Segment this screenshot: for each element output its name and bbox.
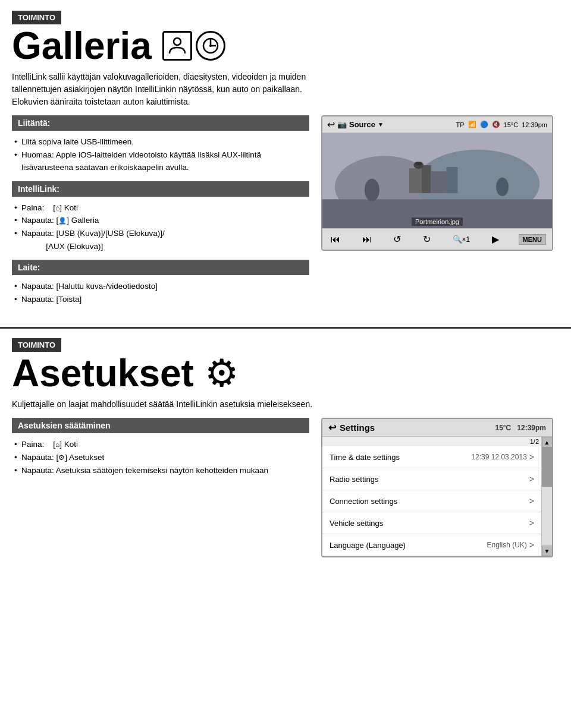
time-settings-value: 12:39 12.03.2013 > <box>471 452 534 462</box>
camera-icon: 📷 <box>337 120 347 129</box>
settings-topbar: ↩ Settings 15°C 12:39pm <box>322 419 552 437</box>
back-icon[interactable]: ↩ <box>327 119 335 130</box>
asetukset-list: Paina: [⌂] Koti Napauta: [⚙] Asetukset N… <box>12 438 309 477</box>
settings-scrollbar: ▲ ▼ <box>541 437 552 556</box>
svg-point-4 <box>209 45 212 47</box>
asetukset-intro: Kuljettajalle on laajat mahdollisuudet s… <box>12 398 321 411</box>
settings-temp: 15°C <box>495 424 511 432</box>
settings-item-time[interactable]: Time & date settings 12:39 12.03.2013 > <box>322 446 541 468</box>
svg-rect-9 <box>422 165 431 193</box>
filename-label: Portmeirion.jpg <box>412 218 463 226</box>
liitanta-item-2: Huomaa: Apple iOS-laitteiden videotoisto… <box>14 149 309 174</box>
asetukset-header: Asetuksien säätäminen <box>12 418 309 433</box>
galleria-title-row: Galleria <box>12 27 559 65</box>
bluetooth-icon: 🔵 <box>480 121 488 128</box>
language-chevron: > <box>529 540 534 550</box>
asetukset-title: Asetukset <box>12 354 194 392</box>
galleria-section: TOIMINTO Galleria IntelliLink sallii käy… <box>0 0 571 313</box>
svg-point-15 <box>365 179 379 201</box>
page-indicator: 1/2 <box>322 437 541 446</box>
asetukset-section: TOIMINTO Asetukset ⚙ Kuljettajalle on la… <box>0 338 571 569</box>
screen-topbar-left: ↩ 📷 Source ▼ <box>327 119 384 130</box>
signal-icon: 📶 <box>468 121 476 128</box>
laite-item-1: Napauta: [Haluttu kuva-/videotiedosto] <box>14 280 309 293</box>
settings-back-icon[interactable]: ↩ <box>328 422 336 433</box>
asetukset-left-col: Asetuksien säätäminen Paina: [⌂] Koti Na… <box>12 418 309 484</box>
section-divider <box>0 327 571 329</box>
time-settings-label: Time & date settings <box>330 453 400 462</box>
rotate-left-btn[interactable]: ↺ <box>391 232 403 246</box>
settings-item-vehicle[interactable]: Vehicle settings > <box>322 512 541 534</box>
galleria-screen: ↩ 📷 Source ▼ TP 📶 🔵 🔇 15°C 12:39pm <box>321 115 553 251</box>
galleria-icons <box>162 31 225 61</box>
asetukset-item-1: Paina: [⌂] Koti <box>14 438 309 451</box>
laite-item-2: Napauta: [Toista] <box>14 293 309 306</box>
liitanta-list: Liitä sopiva laite USB-liittimeen. Huoma… <box>12 135 309 174</box>
scroll-thumb <box>542 447 552 487</box>
laite-header: Laite: <box>12 260 309 275</box>
person-icon <box>162 31 192 61</box>
settings-item-radio[interactable]: Radio settings > <box>322 468 541 490</box>
liitanta-item-1: Liitä sopiva laite USB-liittimeen. <box>14 135 309 149</box>
svg-point-16 <box>496 178 509 196</box>
menu-btn[interactable]: MENU <box>519 234 546 245</box>
skip-forward-btn[interactable]: ⏭ <box>360 233 374 246</box>
intellilink-header: IntelliLink: <box>12 181 309 197</box>
temp-display: 15°C <box>504 121 519 128</box>
connection-settings-label: Connection settings <box>330 497 397 506</box>
svg-rect-8 <box>409 168 422 193</box>
vehicle-chevron: > <box>529 518 534 528</box>
galleria-left-col: Liitäntä: Liitä sopiva laite USB-liittim… <box>12 115 309 313</box>
asetukset-title-row: Asetukset ⚙ <box>12 354 559 392</box>
rotate-right-btn[interactable]: ↻ <box>421 232 433 246</box>
language-settings-value: English (UK) > <box>487 540 534 550</box>
intellilink-list: Paina: [⌂] Koti Napauta: [👤] Galleria Na… <box>12 201 309 253</box>
settings-screen: ↩ Settings 15°C 12:39pm 1/2 <box>321 418 553 557</box>
asetukset-right-col: ↩ Settings 15°C 12:39pm 1/2 <box>321 418 559 557</box>
tp-indicator: TP <box>456 121 465 128</box>
asetukset-item-2: Napauta: [⚙] Asetukset <box>14 451 309 464</box>
connection-settings-value: > <box>529 496 534 506</box>
svg-point-0 <box>174 38 181 45</box>
intellilink-item-3: Napauta: [USB (Kuva)]/[USB (Elokuva)]/ [… <box>14 227 309 253</box>
language-settings-label: Language (Language) <box>330 541 406 550</box>
intellilink-item-1: Paina: [⌂] Koti <box>14 201 309 215</box>
galleria-two-col: Liitäntä: Liitä sopiva laite USB-liittim… <box>12 115 559 313</box>
galleria-title: Galleria <box>12 27 152 65</box>
settings-time: 12:39pm <box>517 424 546 432</box>
source-label[interactable]: Source <box>349 120 375 129</box>
time-display: 12:39pm <box>522 121 547 128</box>
gear-icon: ⚙ <box>205 354 239 392</box>
settings-item-connection[interactable]: Connection settings > <box>322 490 541 512</box>
section2-label: TOIMINTO <box>12 338 61 352</box>
zoom-label[interactable]: 🔍×1 <box>450 234 473 245</box>
svg-rect-11 <box>447 167 458 193</box>
play-btn[interactable]: ▶ <box>490 232 501 246</box>
scroll-track <box>542 447 552 546</box>
settings-topbar-right: 15°C 12:39pm <box>495 424 546 432</box>
liitanta-header: Liitäntä: <box>12 115 309 131</box>
connection-chevron: > <box>529 496 534 506</box>
dropdown-arrow[interactable]: ▼ <box>378 121 384 128</box>
skip-back-btn[interactable]: ⏮ <box>328 233 343 246</box>
galleria-right-col: ↩ 📷 Source ▼ TP 📶 🔵 🔇 15°C 12:39pm <box>321 115 559 251</box>
settings-item-language[interactable]: Language (Language) English (UK) > <box>322 534 541 556</box>
portmeirion-photo <box>322 133 552 228</box>
vehicle-settings-value: > <box>529 518 534 528</box>
screen-topbar-right: TP 📶 🔵 🔇 15°C 12:39pm <box>456 121 547 128</box>
radio-chevron: > <box>529 474 534 484</box>
asetukset-two-col: Asetuksien säätäminen Paina: [⌂] Koti Na… <box>12 418 559 557</box>
scroll-up-btn[interactable]: ▲ <box>542 437 553 447</box>
laite-list: Napauta: [Haluttu kuva-/videotiedosto] N… <box>12 280 309 305</box>
svg-rect-13 <box>415 162 421 165</box>
settings-content: 1/2 Time & date settings 12:39 12.03.201… <box>322 437 552 556</box>
screen-topbar: ↩ 📷 Source ▼ TP 📶 🔵 🔇 15°C 12:39pm <box>322 116 552 133</box>
mute-icon: 🔇 <box>492 121 500 128</box>
scroll-down-btn[interactable]: ▼ <box>542 546 553 556</box>
settings-list: 1/2 Time & date settings 12:39 12.03.201… <box>322 437 541 556</box>
radio-settings-value: > <box>529 474 534 484</box>
intellilink-item-2: Napauta: [👤] Galleria <box>14 214 309 227</box>
section1-label: TOIMINTO <box>12 11 61 24</box>
screen-controls: ⏮ ⏭ ↺ ↻ 🔍×1 ▶ MENU <box>322 228 552 250</box>
asetukset-item-3: Napauta: Asetuksia säätöjen tekemiseksi … <box>14 464 309 477</box>
